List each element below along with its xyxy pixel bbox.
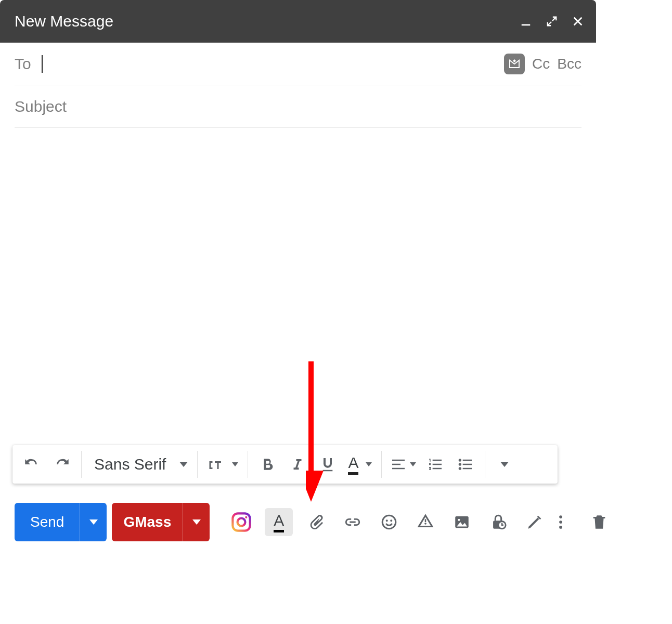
more-formatting-button[interactable] <box>489 449 520 479</box>
svg-point-16 <box>559 515 562 518</box>
gmass-extension-icon[interactable] <box>504 54 525 74</box>
send-options-button[interactable] <box>80 503 107 541</box>
cc-button[interactable]: Cc <box>532 56 550 72</box>
text-color-button[interactable]: A <box>343 449 377 479</box>
gmass-button-group: GMass <box>112 503 210 541</box>
italic-button[interactable] <box>282 449 313 479</box>
compose-window: New Message To <box>0 0 596 440</box>
compose-header: New Message <box>0 0 596 43</box>
close-icon[interactable] <box>572 16 584 27</box>
to-row[interactable]: To Cc Bcc <box>15 43 581 85</box>
redo-button[interactable] <box>47 449 77 479</box>
undo-button[interactable] <box>17 449 47 479</box>
minimize-icon[interactable] <box>520 16 532 27</box>
font-size-button[interactable] <box>202 449 243 479</box>
to-label: To <box>15 55 31 73</box>
svg-rect-0 <box>522 24 531 26</box>
confidential-mode-button[interactable] <box>485 509 511 535</box>
gmass-button[interactable]: GMass <box>112 503 183 541</box>
to-right-controls: Cc Bcc <box>504 54 581 74</box>
format-a-glyph: A <box>274 512 284 532</box>
insert-drive-button[interactable] <box>412 509 438 535</box>
svg-point-10 <box>424 523 427 525</box>
chevron-down-icon <box>410 462 416 466</box>
formatting-toolbar: Sans Serif A <box>12 445 558 484</box>
svg-point-7 <box>382 515 396 529</box>
bulleted-list-button[interactable] <box>450 449 481 479</box>
svg-point-2 <box>459 463 461 465</box>
font-family-select[interactable]: Sans Serif <box>86 449 193 479</box>
send-button[interactable]: Send <box>15 503 80 541</box>
svg-point-8 <box>386 519 388 522</box>
more-options-button[interactable] <box>548 509 574 535</box>
numbered-list-button[interactable] <box>420 449 450 479</box>
expand-icon[interactable] <box>546 16 558 27</box>
svg-point-18 <box>559 526 562 529</box>
svg-rect-11 <box>425 519 427 522</box>
instagram-extension-icon[interactable] <box>228 509 254 535</box>
compose-bottom-bar: Send GMass <box>15 501 591 543</box>
font-name-label: Sans Serif <box>94 456 166 473</box>
text-cursor <box>42 55 43 73</box>
svg-point-17 <box>559 521 562 524</box>
svg-point-6 <box>245 516 247 518</box>
discard-draft-button[interactable] <box>586 509 612 535</box>
attach-file-button[interactable] <box>303 509 329 535</box>
bcc-button[interactable]: Bcc <box>557 56 581 72</box>
insert-photo-button[interactable] <box>449 509 475 535</box>
chevron-down-icon <box>89 519 98 525</box>
gmass-options-button[interactable] <box>183 503 210 541</box>
align-button[interactable] <box>386 449 420 479</box>
chevron-down-icon <box>232 462 238 466</box>
chevron-down-icon <box>192 519 201 525</box>
svg-point-1 <box>459 459 461 461</box>
compose-fields: To Cc Bcc Subject <box>0 43 596 128</box>
svg-point-9 <box>391 519 393 522</box>
to-input[interactable] <box>42 43 504 85</box>
compose-right-actions <box>548 509 612 535</box>
compose-title: New Message <box>15 12 113 30</box>
window-controls <box>520 16 584 27</box>
subject-row[interactable]: Subject <box>15 85 581 128</box>
svg-point-13 <box>458 519 460 521</box>
toggle-formatting-button[interactable]: A <box>265 508 293 536</box>
compose-body[interactable] <box>0 128 596 440</box>
chevron-down-icon <box>366 462 372 466</box>
subject-placeholder: Subject <box>15 98 67 115</box>
insert-link-button[interactable] <box>340 509 366 535</box>
underline-button[interactable] <box>313 449 343 479</box>
insert-emoji-button[interactable] <box>376 509 402 535</box>
text-color-glyph: A <box>348 454 358 475</box>
svg-point-3 <box>459 467 461 470</box>
chevron-down-icon <box>179 462 188 467</box>
insert-signature-button[interactable] <box>522 509 548 535</box>
svg-rect-4 <box>233 513 250 530</box>
send-button-group: Send <box>15 503 107 541</box>
compose-tools: A <box>228 508 548 536</box>
chevron-down-icon <box>500 462 509 467</box>
bold-button[interactable] <box>252 449 282 479</box>
svg-point-5 <box>238 518 245 526</box>
